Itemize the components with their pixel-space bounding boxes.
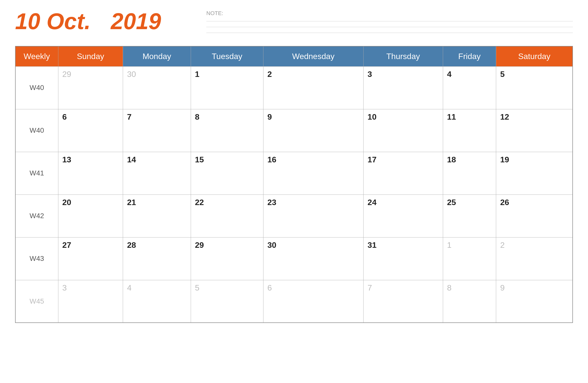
day-number: 21 <box>127 198 136 207</box>
day-cell: 4 <box>123 280 191 323</box>
day-cell: 17 <box>363 152 443 195</box>
day-number: 17 <box>368 155 377 164</box>
month-date: 10 Oct. <box>15 10 91 33</box>
day-cell: 30 <box>123 66 191 109</box>
header-sunday: Sunday <box>58 46 123 66</box>
day-number: 16 <box>267 155 277 164</box>
week-label: W40 <box>15 109 58 152</box>
header-thursday: Thursday <box>363 46 443 66</box>
day-cell: 15 <box>191 152 263 195</box>
day-number: 4 <box>127 283 132 292</box>
calendar-row: W453456789 <box>15 280 573 323</box>
day-cell: 3 <box>58 280 123 323</box>
day-cell: 11 <box>443 109 496 152</box>
note-section: NOTE: <box>191 10 573 38</box>
day-number: 12 <box>500 112 509 121</box>
day-cell: 29 <box>58 66 123 109</box>
day-number: 28 <box>127 241 136 250</box>
day-number: 29 <box>195 241 204 250</box>
day-cell: 26 <box>496 195 573 237</box>
calendar-row: W406789101112 <box>15 109 573 152</box>
year: 2019 <box>111 10 161 33</box>
day-cell: 23 <box>263 195 363 237</box>
calendar-row: W40293012345 <box>15 66 573 109</box>
day-cell: 1 <box>191 66 263 109</box>
day-number: 8 <box>195 112 200 121</box>
day-number: 29 <box>62 70 71 79</box>
week-label: W45 <box>15 280 58 323</box>
day-number: 3 <box>368 70 372 79</box>
day-number: 30 <box>127 70 136 79</box>
day-cell: 29 <box>191 237 263 280</box>
note-line-3 <box>206 33 573 33</box>
day-cell: 5 <box>191 280 263 323</box>
calendar-row: W4220212223242526 <box>15 195 573 237</box>
day-cell: 13 <box>58 152 123 195</box>
week-label: W43 <box>15 237 58 280</box>
day-cell: 30 <box>263 237 363 280</box>
header-tuesday: Tuesday <box>191 46 263 66</box>
day-number: 24 <box>368 198 377 207</box>
day-cell: 18 <box>443 152 496 195</box>
day-cell: 27 <box>58 237 123 280</box>
day-cell: 7 <box>363 280 443 323</box>
header-monday: Monday <box>123 46 191 66</box>
day-cell: 8 <box>191 109 263 152</box>
day-number: 18 <box>447 155 456 164</box>
day-number: 7 <box>368 283 372 292</box>
day-cell: 5 <box>496 66 573 109</box>
day-cell: 1 <box>443 237 496 280</box>
day-cell: 2 <box>263 66 363 109</box>
day-number: 25 <box>447 198 456 207</box>
day-cell: 21 <box>123 195 191 237</box>
day-cell: 7 <box>123 109 191 152</box>
day-number: 26 <box>500 198 509 207</box>
week-label: W41 <box>15 152 58 195</box>
day-cell: 6 <box>58 109 123 152</box>
day-cell: 22 <box>191 195 263 237</box>
calendar-row: W43272829303112 <box>15 237 573 280</box>
header-wednesday: Wednesday <box>263 46 363 66</box>
day-number: 27 <box>62 241 71 250</box>
week-label: W42 <box>15 195 58 237</box>
day-number: 4 <box>447 70 452 79</box>
page-header: 10 Oct. 2019 NOTE: <box>15 10 573 38</box>
day-cell: 6 <box>263 280 363 323</box>
day-cell: 16 <box>263 152 363 195</box>
day-cell: 12 <box>496 109 573 152</box>
day-cell: 2 <box>496 237 573 280</box>
day-cell: 9 <box>263 109 363 152</box>
day-cell: 10 <box>363 109 443 152</box>
day-number: 9 <box>267 112 272 121</box>
day-number: 22 <box>195 198 204 207</box>
header-friday: Friday <box>443 46 496 66</box>
day-number: 2 <box>267 70 272 79</box>
day-number: 1 <box>195 70 200 79</box>
day-cell: 25 <box>443 195 496 237</box>
note-line-1 <box>206 21 573 21</box>
week-label: W40 <box>15 66 58 109</box>
day-cell: 9 <box>496 280 573 323</box>
day-number: 9 <box>500 283 505 292</box>
day-cell: 31 <box>363 237 443 280</box>
day-cell: 24 <box>363 195 443 237</box>
day-number: 2 <box>500 241 505 250</box>
day-number: 5 <box>500 70 505 79</box>
note-line-2 <box>206 27 573 27</box>
day-number: 3 <box>62 283 67 292</box>
header-weekly: Weekly <box>15 46 58 66</box>
day-number: 19 <box>500 155 509 164</box>
day-number: 13 <box>62 155 71 164</box>
day-number: 1 <box>447 241 452 250</box>
day-number: 6 <box>62 112 67 121</box>
day-number: 30 <box>267 241 277 250</box>
day-number: 20 <box>62 198 71 207</box>
day-number: 11 <box>447 112 456 121</box>
note-label: NOTE: <box>206 10 573 17</box>
day-cell: 3 <box>363 66 443 109</box>
day-number: 7 <box>127 112 132 121</box>
day-cell: 4 <box>443 66 496 109</box>
day-number: 31 <box>368 241 377 250</box>
day-cell: 20 <box>58 195 123 237</box>
day-cell: 19 <box>496 152 573 195</box>
